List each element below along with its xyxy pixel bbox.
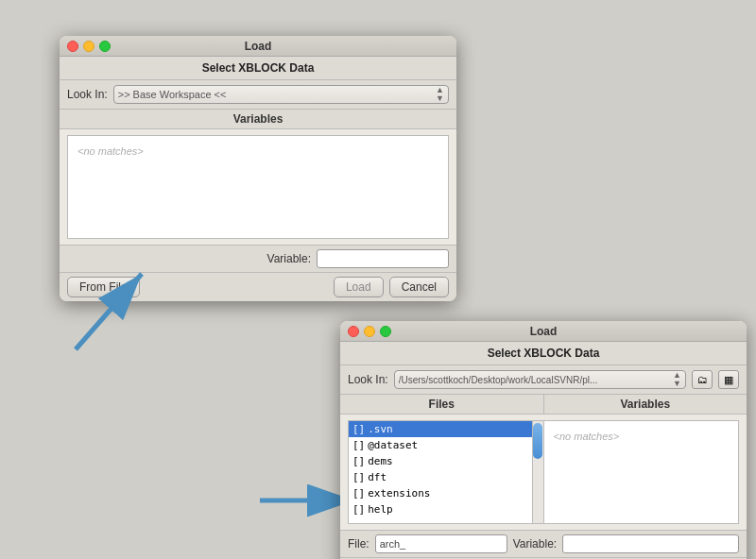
- file-input[interactable]: [375, 534, 507, 553]
- dialog-subtitle-1: Select XBLOCK Data: [202, 61, 315, 75]
- variable-input-2[interactable]: [562, 534, 739, 553]
- file-variable-row: File: Variable:: [340, 530, 747, 557]
- look-in-row-2: Look In: /Users/scottkoch/Desktop/work/L…: [340, 365, 747, 395]
- file-label: File:: [348, 537, 369, 551]
- titlebar-2: Load: [340, 321, 747, 342]
- look-in-row-1: Look In: >> Base Workspace << ▲ ▼: [60, 80, 456, 110]
- window-title-1: Load: [60, 40, 456, 53]
- variable-row-1: Variable:: [60, 245, 456, 272]
- files-col-header: Files: [340, 395, 544, 414]
- select-arrow-2: ▲ ▼: [673, 371, 681, 388]
- variable-input-1[interactable]: [317, 249, 449, 268]
- look-in-label-2: Look In:: [348, 373, 388, 386]
- maximize-button-1[interactable]: [99, 41, 111, 52]
- columns-header-2: Files Variables: [340, 395, 747, 415]
- window-2: Load Select XBLOCK Data Look In: /Users/…: [340, 321, 747, 559]
- close-button-1[interactable]: [67, 41, 78, 52]
- look-in-label-1: Look In:: [67, 88, 108, 101]
- cancel-button-1[interactable]: Cancel: [389, 277, 449, 297]
- minimize-button-2[interactable]: [364, 326, 375, 337]
- window-1: Load Select XBLOCK Data Look In: >> Base…: [60, 36, 456, 301]
- list-item[interactable]: [].svn: [349, 421, 543, 437]
- buttons-row-1: From File Load Cancel: [60, 272, 456, 301]
- list-item[interactable]: []help: [349, 501, 543, 517]
- grid-icon-button[interactable]: ▦: [718, 370, 739, 389]
- files-list[interactable]: [].svn []@dataset []dems []dft []extensi…: [349, 421, 544, 523]
- variables-empty-2: <no matches>: [544, 421, 739, 451]
- list-item[interactable]: []dft: [349, 469, 543, 485]
- variable-label-1: Variable:: [267, 252, 311, 265]
- select-arrow-1: ▲ ▼: [436, 86, 444, 103]
- look-in-value-2: /Users/scottkoch/Desktop/work/LocalSVNR/…: [399, 375, 598, 385]
- close-button-2[interactable]: [348, 326, 359, 337]
- variables-list-2[interactable]: <no matches>: [544, 421, 739, 523]
- minimize-button-1[interactable]: [83, 41, 94, 52]
- traffic-lights-1: [67, 41, 111, 52]
- traffic-lights-2: [348, 326, 391, 337]
- list-item[interactable]: []dems: [349, 453, 543, 469]
- maximize-button-2[interactable]: [380, 326, 391, 337]
- list-item[interactable]: []extensions: [349, 485, 543, 501]
- load-button-1[interactable]: Load: [334, 277, 384, 297]
- window-title-2: Load: [340, 325, 747, 338]
- look-in-select-2[interactable]: /Users/scottkoch/Desktop/work/LocalSVNR/…: [394, 370, 686, 389]
- from-file-button-1[interactable]: From File: [67, 277, 140, 297]
- variables-col-header: Variables: [544, 395, 747, 414]
- dialog-subtitle-2: Select XBLOCK Data: [488, 347, 600, 360]
- variables-list-1[interactable]: <no matches>: [67, 135, 449, 239]
- folder-icon-button[interactable]: 🗂: [692, 370, 713, 389]
- look-in-select-1[interactable]: >> Base Workspace << ▲ ▼: [113, 85, 449, 104]
- scrollbar-track[interactable]: [532, 421, 543, 523]
- two-col-lists: [].svn []@dataset []dems []dft []extensi…: [348, 420, 739, 524]
- look-in-value-1: >> Base Workspace <<: [118, 89, 227, 100]
- variables-header-1: Variables: [60, 110, 456, 129]
- titlebar-1: Load: [60, 36, 456, 57]
- scrollbar-thumb: [533, 423, 542, 459]
- variables-empty-1: <no matches>: [68, 136, 448, 166]
- list-item[interactable]: []@dataset: [349, 437, 543, 453]
- variable-label-2: Variable:: [513, 537, 557, 551]
